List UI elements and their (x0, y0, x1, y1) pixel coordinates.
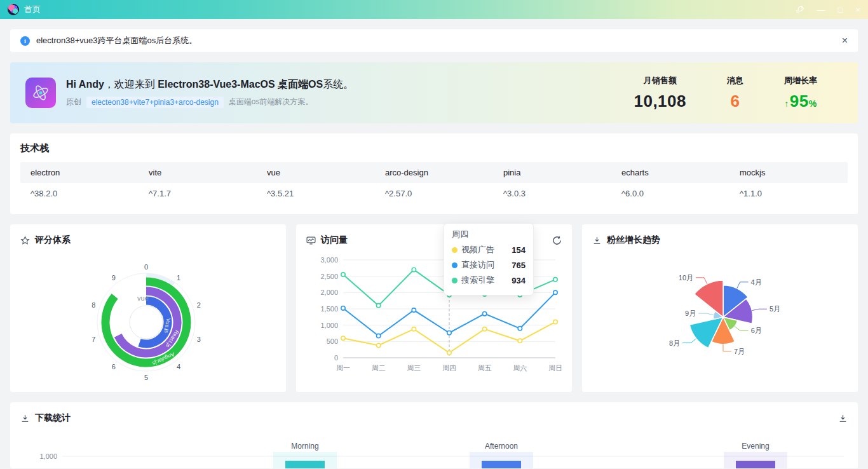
stat-weekly-growth: 周增长率 ↑95% (784, 75, 817, 111)
svg-text:周六: 周六 (513, 364, 527, 372)
close-button[interactable]: × (855, 6, 860, 14)
svg-text:Evening: Evening (742, 442, 769, 451)
stat-messages: 消息 6 (727, 75, 743, 111)
svg-text:5: 5 (144, 374, 148, 381)
stack-tag[interactable]: electeon38+vite7+pinia3+arco-design (86, 97, 224, 108)
origin-label: 原创 (66, 97, 81, 107)
export-download-icon[interactable] (838, 414, 848, 423)
fans-card: 粉丝增长趋势 4月5月6月7月8月9月10月 (582, 224, 858, 392)
maximize-button[interactable]: □ (838, 6, 843, 14)
welcome-text: Hi Andy，欢迎来到 Electron38-Vue3-MacOS 桌面端OS… (66, 78, 353, 108)
tooltip-title: 周四 (452, 229, 526, 240)
minimize-button[interactable]: — (817, 6, 825, 14)
svg-text:6: 6 (112, 363, 116, 370)
up-arrow-icon: ↑ (784, 99, 789, 109)
series-dot-icon (452, 262, 458, 268)
charts-row: 评分体系 0123456789Vue.jsReact.jsAngular.jsv… (10, 224, 858, 392)
alert-text: electron38+vue3跨平台桌面端os后台系统。 (36, 35, 197, 46)
brand-logo (25, 78, 56, 108)
welcome-brand: Electron38-Vue3-MacOS (158, 79, 275, 90)
rating-chart[interactable]: 0123456789Vue.jsReact.jsAngular.jsvue (20, 251, 276, 381)
series-dot-icon (452, 247, 458, 253)
svg-text:周日: 周日 (548, 364, 562, 372)
window-title: 首页 (24, 4, 41, 15)
svg-text:Afternoon: Afternoon (485, 442, 518, 451)
svg-text:4: 4 (177, 363, 180, 370)
svg-text:2,500: 2,500 (320, 273, 338, 280)
tech-version-cell: ^2.57.0 (375, 183, 493, 204)
refresh-icon[interactable] (552, 236, 562, 245)
svg-text:vue: vue (137, 294, 149, 302)
visits-icon (306, 236, 316, 245)
tech-column-header: vue (257, 162, 375, 183)
svg-text:2: 2 (197, 301, 201, 309)
chart-tooltip: 周四视频广告154直接访问765搜索引擎934 (444, 223, 534, 296)
downloads-card: 下载统计 1,000MorningAfternoonEvening (10, 402, 858, 468)
svg-text:3,000: 3,000 (320, 256, 338, 264)
tooltip-row: 视频广告154 (452, 244, 526, 255)
svg-text:1,000: 1,000 (320, 322, 338, 329)
fans-chart[interactable]: 4月5月6月7月8月9月10月 (592, 251, 848, 381)
svg-text:5月: 5月 (770, 305, 780, 313)
tech-version-cell: ^7.1.7 (139, 183, 257, 204)
welcome-tail: 系统。 (323, 79, 353, 90)
titlebar: 首页 — □ × (0, 0, 868, 19)
alert-banner: i electron38+vue3跨平台桌面端os后台系统。 × (10, 29, 858, 52)
tech-table-row: ^38.2.0^7.1.7^3.5.21^2.57.0^3.0.3^6.0.0^… (20, 183, 848, 204)
svg-text:6月: 6月 (751, 327, 762, 334)
downloads-chart[interactable]: 1,000MorningAfternoonEvening (20, 429, 848, 468)
alert-close-icon[interactable]: × (842, 35, 848, 46)
svg-text:9月: 9月 (685, 309, 696, 317)
tech-version-cell: ^1.1.0 (729, 183, 848, 204)
tech-column-header: electron (20, 162, 139, 183)
tech-column-header: echarts (611, 162, 729, 183)
trend-icon (592, 236, 602, 245)
welcome-greeting: Hi Andy (66, 79, 104, 90)
tech-stack-title: 技术栈 (20, 142, 848, 154)
svg-text:1,500: 1,500 (320, 305, 338, 313)
svg-text:7月: 7月 (734, 348, 745, 355)
tech-version-cell: ^3.5.21 (257, 183, 375, 204)
svg-text:周二: 周二 (372, 364, 386, 372)
tech-column-header: mockjs (729, 162, 848, 183)
visits-card-title: 访问量 (321, 234, 348, 246)
svg-text:3: 3 (197, 336, 201, 343)
star-icon (20, 236, 30, 245)
rocket-icon[interactable] (796, 5, 804, 14)
tech-version-cell: ^6.0.0 (611, 183, 729, 204)
tooltip-row: 直接访问765 (452, 259, 526, 271)
downloads-card-title: 下载统计 (35, 412, 71, 424)
tooltip-row: 搜索引擎934 (452, 275, 526, 286)
tech-column-header: vite (139, 162, 257, 183)
welcome-card: Hi Andy，欢迎来到 Electron38-Vue3-MacOS 桌面端OS… (10, 62, 858, 123)
svg-text:9: 9 (112, 274, 116, 282)
welcome-subtitle: 原创 electeon38+vite7+pinia3+arco-design 桌… (66, 97, 353, 108)
app-logo-icon (8, 4, 19, 15)
tech-column-header: arco-design (375, 162, 493, 183)
tech-version-cell: ^38.2.0 (20, 183, 139, 204)
welcome-desc: 桌面端os前端解决方案。 (229, 97, 313, 107)
svg-text:0: 0 (144, 263, 148, 271)
svg-text:7: 7 (92, 336, 95, 343)
svg-text:10月: 10月 (679, 274, 693, 282)
tech-column-header: pinia (493, 162, 611, 183)
tech-table-header: electronvitevuearco-designpiniaechartsmo… (20, 162, 848, 183)
welcome-tail-bold: 桌面端OS (275, 79, 323, 90)
svg-text:周一: 周一 (336, 364, 350, 372)
series-dot-icon (452, 278, 458, 283)
svg-text:0: 0 (334, 354, 338, 362)
info-icon: i (20, 36, 30, 46)
welcome-mid: ，欢迎来到 (104, 79, 158, 90)
svg-text:1,000: 1,000 (39, 452, 57, 460)
svg-text:周四: 周四 (442, 364, 456, 372)
download-icon (20, 414, 30, 423)
page-content: i electron38+vue3跨平台桌面端os后台系统。 × Hi Andy… (0, 19, 868, 469)
svg-text:周三: 周三 (407, 364, 421, 372)
tech-version-cell: ^3.0.3 (493, 183, 611, 204)
svg-text:8: 8 (92, 301, 95, 309)
tech-stack-card: 技术栈 electronvitevuearco-designpiniaechar… (10, 133, 858, 214)
welcome-title: Hi Andy，欢迎来到 Electron38-Vue3-MacOS 桌面端OS… (66, 78, 353, 92)
fans-card-title: 粉丝增长趋势 (607, 234, 660, 246)
rating-card-title: 评分体系 (35, 234, 71, 246)
rating-card: 评分体系 0123456789Vue.jsReact.jsAngular.jsv… (10, 224, 286, 392)
